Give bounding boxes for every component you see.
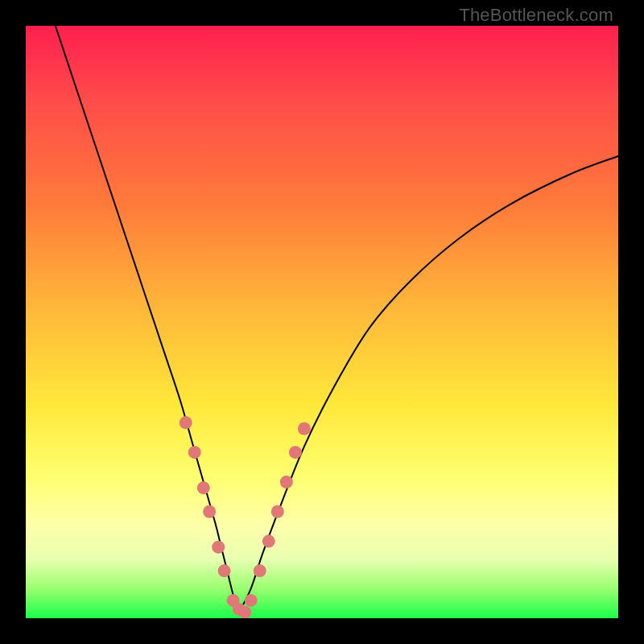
chart-frame: TheBottleneck.com (0, 0, 644, 644)
data-marker (203, 506, 216, 518)
marker-group (180, 416, 311, 618)
right-curve (239, 156, 618, 613)
data-marker (180, 416, 192, 429)
chart-svg (26, 26, 618, 618)
data-marker (298, 422, 311, 435)
left-curve (56, 26, 239, 613)
data-marker (212, 541, 225, 554)
data-marker (197, 481, 210, 494)
data-marker (254, 564, 266, 577)
data-marker (218, 564, 231, 577)
plot-area (26, 26, 618, 618)
data-marker (271, 506, 284, 518)
data-marker (245, 594, 258, 607)
data-marker (238, 606, 251, 618)
data-marker (262, 535, 275, 547)
watermark-text: TheBottleneck.com (459, 5, 613, 26)
data-marker (280, 476, 293, 489)
data-marker (289, 446, 302, 459)
data-marker (188, 446, 201, 459)
